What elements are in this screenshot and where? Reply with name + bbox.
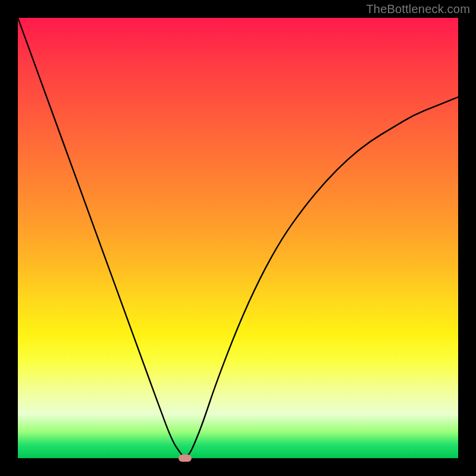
watermark-text: TheBottleneck.com — [366, 2, 470, 16]
curve-path — [18, 18, 458, 457]
chart-stage: TheBottleneck.com — [0, 0, 476, 476]
plot-area — [18, 18, 458, 458]
bottleneck-curve — [18, 18, 458, 458]
optimal-point-marker — [178, 455, 192, 462]
